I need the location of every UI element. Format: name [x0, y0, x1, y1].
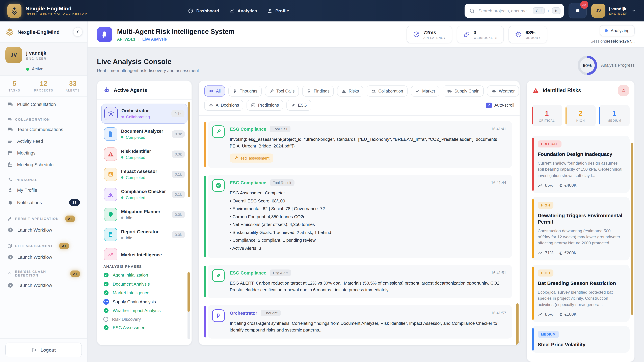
- filter-thoughts[interactable]: Thoughts: [228, 86, 262, 96]
- filter-supply-chain[interactable]: Supply Chain: [443, 85, 484, 96]
- risks-scrollbar[interactable]: [631, 143, 633, 315]
- nav-profile[interactable]: Profile: [267, 8, 289, 13]
- risk-card-steel-price[interactable]: MEDIUM Steel Price Volatility: [532, 326, 630, 353]
- nav-dashboard[interactable]: Dashboard: [188, 8, 219, 13]
- severity-badge: HIGH: [538, 270, 554, 277]
- message-esg-alert[interactable]: ESG ComplianceEsg Alert16:41:51 ESG ALER…: [204, 265, 512, 298]
- ai-badge: AI: [59, 243, 69, 249]
- agent-compliance-checker[interactable]: Compliance CheckerCompleted 0.1k: [101, 185, 188, 204]
- kbd-k: K: [552, 7, 561, 14]
- agent-impact-assessor[interactable]: Impact AssessorCompleted 0.1k: [101, 165, 188, 184]
- section-collaboration: COLLABORATION: [8, 117, 80, 122]
- sidebar-item-my-profile[interactable]: My Profile: [5, 184, 82, 196]
- sidebar-collapse-button[interactable]: [73, 27, 82, 36]
- filter-findings[interactable]: Findings: [302, 86, 334, 96]
- users-icon: [371, 88, 376, 93]
- risk-title: Bat Breeding Season Restriction: [538, 280, 624, 287]
- check-icon: [103, 272, 109, 278]
- status-dot: [604, 29, 608, 32]
- risks-count-badge: 4: [618, 85, 629, 96]
- filter-ai-decisions[interactable]: AI Decisions: [204, 100, 243, 111]
- filter-risks[interactable]: Risks: [337, 86, 363, 96]
- section-permit-application: PERMIT APPLICATIONAI: [8, 216, 80, 222]
- check-icon: [103, 325, 109, 331]
- filter-collaboration[interactable]: Collaboration: [366, 85, 407, 96]
- agent-document-analyzer[interactable]: Document AnalyzerCompleted 0.3k: [101, 124, 188, 144]
- sidebar-item-launch-workflow-permit[interactable]: Launch Workflow: [5, 224, 82, 236]
- risk-probability: 71%: [538, 251, 554, 256]
- agent-report-generator[interactable]: Report GeneratorIdle 0.0k: [101, 225, 188, 244]
- sidebar-item-notifications[interactable]: Notifications33: [5, 196, 82, 209]
- message-tool-result[interactable]: ESG ComplianceTool Result16:41:44 ESG As…: [204, 175, 512, 258]
- phase-agent-initialization: Agent Initialization: [103, 272, 186, 278]
- live-analysis-link[interactable]: Live Analysis: [142, 37, 167, 41]
- nav-analytics[interactable]: Analytics: [229, 8, 257, 13]
- message-agent: ESG Compliance: [230, 270, 266, 275]
- system-icon: [97, 27, 112, 42]
- section-site-assessment: SITE ASSESSMENTAI: [8, 243, 80, 249]
- sidebar-item-meetings[interactable]: Meetings: [5, 147, 82, 159]
- check-icon: [103, 281, 109, 287]
- euro-icon: €: [560, 312, 562, 317]
- agent-market-intelligence[interactable]: Market Intelligence: [101, 245, 188, 260]
- agent-risk-identifier[interactable]: Risk IdentifierCompleted 0.3k: [101, 144, 188, 164]
- sidebar-item-public-consultation[interactable]: Public Consultation: [5, 98, 82, 110]
- filter-weather[interactable]: Weather: [487, 85, 519, 96]
- user-menu[interactable]: JV j vandijk ENGINEER: [592, 4, 636, 18]
- phase-esg-assessment: ESG Assessment: [103, 325, 186, 331]
- phases-scrollbar[interactable]: [188, 272, 190, 312]
- filter-tool-calls[interactable]: Tool Calls: [265, 86, 299, 96]
- top-nav: Dashboard Analytics Profile: [188, 8, 289, 13]
- filter-esg[interactable]: ESG: [286, 100, 311, 111]
- risk-title: Dewatering Triggers Environmental Permit: [538, 213, 624, 225]
- robot-icon: [103, 87, 110, 93]
- sidebar-item-team-communications[interactable]: Team Communications: [5, 124, 82, 135]
- chat-icon: [8, 102, 13, 107]
- logout-icon: [31, 347, 37, 353]
- tool-tag[interactable]: esg_assessment: [230, 153, 274, 163]
- main-area: Multi-Agent Risk Intelligence System API…: [88, 21, 644, 362]
- risk-card-dewatering[interactable]: HIGH Dewatering Triggers Environmental P…: [532, 197, 630, 260]
- user-role: ENGINEER: [609, 12, 628, 15]
- message-tool-call[interactable]: ESG ComplianceTool Call16:41:41 Invoking…: [204, 121, 512, 168]
- bell-icon: [8, 200, 13, 205]
- section-bim-gis-clash-detection: BIM/GIS CLASH DETECTIONAI: [8, 270, 80, 277]
- cloud-icon: [492, 88, 496, 93]
- filter-predictions[interactable]: Predictions: [247, 100, 283, 111]
- notifications-badge: 33: [69, 199, 80, 206]
- token-badge: 0.1k: [172, 171, 185, 178]
- search-input[interactable]: [478, 8, 530, 13]
- search-icon: [470, 8, 475, 13]
- predictions-icon: [251, 103, 256, 108]
- console-title: Live Analysis Console: [97, 58, 199, 66]
- token-badge: 0.0k: [172, 211, 185, 218]
- agents-scrollbar[interactable]: [188, 102, 190, 197]
- risk-card-foundation[interactable]: CRITICAL Foundation Design Inadequacy Cu…: [532, 136, 630, 193]
- filter-all[interactable]: All: [204, 85, 225, 96]
- agent-mitigation-planner[interactable]: Mitigation PlannerIdle 0.0k: [101, 205, 188, 224]
- filter-market[interactable]: Market: [411, 86, 439, 96]
- circle-icon: [103, 317, 108, 322]
- stat-websockets: 3WEBSOCKETS: [457, 26, 504, 43]
- risk-description: Ecological survey identified protected b…: [538, 289, 624, 308]
- warning-triangle-icon: [342, 89, 346, 93]
- feed-scrollbar[interactable]: [516, 303, 518, 345]
- wrench-icon: [269, 89, 274, 93]
- stat-tasks: 5TASKS: [0, 80, 29, 92]
- sidebar-item-meeting-scheduler[interactable]: Meeting Scheduler: [5, 159, 82, 171]
- sidebar-item-activity-feed[interactable]: Activity Feed: [5, 135, 82, 147]
- warning-triangle-icon: [532, 87, 539, 94]
- token-badge: 0.3k: [172, 130, 185, 138]
- risks-title: Identified Risks: [543, 87, 581, 93]
- message-thought[interactable]: OrchestratorThought16:41:57 Initiating c…: [204, 305, 512, 339]
- avatar: JV: [592, 4, 606, 18]
- logout-button[interactable]: Logout: [5, 343, 82, 357]
- stat-alerts: 33ALERTS: [58, 80, 87, 92]
- agent-orchestrator[interactable]: OrchestratorCollaborating 0.1k: [101, 104, 188, 124]
- truck-icon: [447, 88, 452, 93]
- sidebar-item-launch-workflow-site[interactable]: Launch Workflow: [5, 251, 82, 263]
- risk-card-bat-breeding[interactable]: HIGH Bat Breeding Season Restriction Eco…: [532, 265, 630, 322]
- sidebar-item-launch-workflow-bim[interactable]: Launch Workflow: [5, 279, 82, 291]
- notifications-button[interactable]: 35: [569, 3, 587, 18]
- autoscroll-toggle[interactable]: ✓Auto-scroll: [486, 102, 514, 108]
